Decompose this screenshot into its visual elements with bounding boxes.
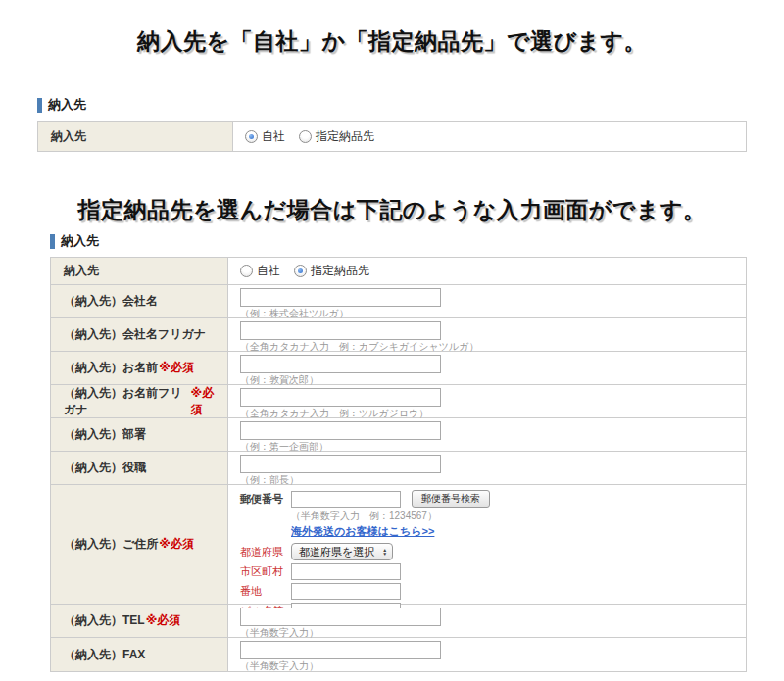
radio-icon[interactable] — [245, 130, 258, 143]
field-hint: （全角カタカナ入力 例：ツルガジロウ） — [240, 408, 738, 418]
postal-code-search-button[interactable]: 郵便番号検索 — [412, 490, 490, 508]
radio-label: 自社 — [262, 128, 285, 145]
street-label: 番地 — [240, 584, 291, 599]
name-input[interactable] — [240, 355, 441, 373]
row-content: （全角カタカナ入力 例：ツルガジロウ） — [228, 385, 746, 417]
row-label-text: 納入先 — [51, 128, 86, 145]
row-label: 納入先 — [51, 258, 228, 284]
postal-code-line: 郵便番号 郵便番号検索 — [240, 490, 738, 508]
section-bar-icon — [50, 234, 55, 249]
field-hint: （半角数字入力） — [240, 627, 738, 638]
tel-input[interactable] — [240, 608, 441, 626]
delivery-form-table: 納入先 自社 指定納品先 （納入先）会社名 （例：株式会社ツルガ） — [50, 257, 747, 672]
row-label-text: （納入先）TEL — [64, 612, 145, 629]
radio-label: 自社 — [257, 263, 280, 279]
row-content: （例：部長） — [228, 452, 746, 484]
table-row-department: （納入先）部署 （例：第一企画部） — [51, 418, 746, 452]
fax-input[interactable] — [240, 641, 441, 659]
delivery-table: 納入先 自社 指定納品先 — [37, 121, 747, 152]
prefecture-label: 都道府県 — [240, 545, 291, 559]
postal-code-input[interactable] — [291, 491, 401, 508]
field-hint: （半角数字入力） — [240, 660, 738, 671]
row-label: （納入先）FAX — [51, 638, 228, 671]
row-content: （例：株式会社ツルガ） — [228, 285, 746, 317]
row-label-text: （納入先）会社名フリガナ — [64, 326, 206, 343]
row-label-text: （納入先）お名前フリガナ — [64, 385, 189, 418]
field-hint: （例：株式会社ツルガ） — [240, 308, 738, 318]
radio-label: 指定納品先 — [316, 128, 374, 145]
row-label: （納入先）部署 — [51, 418, 228, 451]
row-label: （納入先）役職 — [51, 452, 228, 484]
department-input[interactable] — [240, 421, 441, 440]
row-content: （半角数字入力） — [228, 638, 746, 671]
row-label-text: 納入先 — [64, 263, 99, 279]
section-title: 納入先 — [48, 96, 86, 114]
row-content: 郵便番号 郵便番号検索 （半角数字入力 例：1234567） 海外発送のお客様は… — [228, 485, 746, 604]
table-row-name: （納入先）お名前※必須 （例：敦賀次郎） — [51, 352, 746, 385]
company-name-input[interactable] — [240, 288, 441, 307]
row-content: （半角数字入力） — [228, 605, 746, 637]
street-input[interactable] — [291, 583, 401, 600]
row-label: （納入先）ご住所※必須 — [51, 485, 228, 604]
city-input[interactable] — [291, 563, 401, 580]
row-label-text: （納入先）部署 — [64, 426, 146, 443]
city-label: 市区町村 — [240, 564, 291, 579]
field-hint: （例：敦賀次郎） — [240, 374, 738, 385]
row-label-text: （納入先）FAX — [64, 647, 145, 663]
table-row-job-title: （納入先）役職 （例：部長） — [51, 452, 746, 485]
radio-option-specified-destination[interactable]: 指定納品先 — [294, 263, 369, 279]
radio-icon[interactable] — [294, 265, 307, 277]
section-title: 納入先 — [61, 232, 99, 250]
required-badge: ※必須 — [146, 612, 181, 629]
required-badge: ※必須 — [190, 385, 221, 418]
table-row-company-kana: （納入先）会社名フリガナ （全角カタカナ入力 例：カブシキガイシャツルガ） — [51, 318, 746, 352]
overseas-shipping-link[interactable]: 海外発送のお客様はこちら>> — [291, 524, 434, 539]
row-label: （納入先）会社名 — [51, 285, 228, 317]
radio-option-own-company[interactable]: 自社 — [245, 128, 285, 145]
company-kana-input[interactable] — [240, 321, 441, 340]
street-line: 番地 — [240, 583, 738, 600]
row-label-text: （納入先）ご住所 — [64, 536, 158, 553]
select-stepper-icon: ▲▼ — [382, 548, 387, 556]
row-label: （納入先）TEL※必須 — [51, 605, 228, 637]
row-content: （例：第一企画部） — [228, 418, 746, 451]
row-label: （納入先）会社名フリガナ — [51, 318, 228, 351]
prefecture-line: 都道府県 都道府県を選択 ▲▼ — [240, 543, 738, 560]
section-bar-icon — [37, 98, 42, 113]
name-kana-input[interactable] — [240, 388, 441, 407]
row-content: （全角カタカナ入力 例：カブシキガイシャツルガ） — [228, 318, 746, 351]
radio-option-own-company[interactable]: 自社 — [240, 263, 280, 279]
radio-option-specified-destination[interactable]: 指定納品先 — [299, 128, 374, 145]
table-row-tel: （納入先）TEL※必須 （半角数字入力） — [51, 605, 746, 638]
row-content: 自社 指定納品先 — [233, 122, 746, 151]
prefecture-select[interactable]: 都道府県を選択 ▲▼ — [291, 543, 393, 560]
postal-code-hint: （半角数字入力 例：1234567） — [291, 511, 738, 521]
table-row-destination: 納入先 自社 指定納品先 — [51, 258, 746, 285]
delivery-section-expanded: 納入先 納入先 自社 指定納品先 （納入先）会社名 — [50, 232, 747, 672]
page-title: 納入先を「自社」か「指定納品先」で選びます。 — [0, 0, 784, 56]
row-label-text: （納入先）会社名 — [64, 293, 158, 310]
row-label-text: （納入先）役職 — [64, 460, 146, 476]
job-title-input[interactable] — [240, 455, 441, 473]
table-row-fax: （納入先）FAX （半角数字入力） — [51, 638, 746, 671]
postal-code-label: 郵便番号 — [240, 492, 291, 507]
table-row: 納入先 自社 指定納品先 — [38, 122, 746, 151]
table-row-name-kana: （納入先）お名前フリガナ※必須 （全角カタカナ入力 例：ツルガジロウ） — [51, 385, 746, 418]
row-label: （納入先）お名前フリガナ※必須 — [51, 385, 228, 417]
section-header: 納入先 — [37, 96, 747, 114]
row-label: 納入先 — [38, 122, 233, 151]
row-content: 自社 指定納品先 — [228, 258, 746, 284]
section-header: 納入先 — [50, 232, 747, 250]
table-row-address: （納入先）ご住所※必須 郵便番号 郵便番号検索 （半角数字入力 例：123456… — [51, 485, 746, 605]
radio-icon[interactable] — [240, 265, 253, 277]
row-content: （例：敦賀次郎） — [228, 352, 746, 384]
required-badge: ※必須 — [159, 536, 194, 553]
field-hint: （全角カタカナ入力 例：カブシキガイシャツルガ） — [240, 341, 738, 352]
required-badge: ※必須 — [159, 360, 194, 376]
table-row-company-name: （納入先）会社名 （例：株式会社ツルガ） — [51, 285, 746, 318]
radio-icon[interactable] — [299, 130, 312, 143]
row-label-text: （納入先）お名前 — [64, 360, 158, 376]
row-label: （納入先）お名前※必須 — [51, 352, 228, 384]
field-hint: （例：部長） — [240, 474, 738, 485]
page-subtitle: 指定納品先を選んだ場合は下記のような入力画面がでます。 — [0, 195, 784, 224]
